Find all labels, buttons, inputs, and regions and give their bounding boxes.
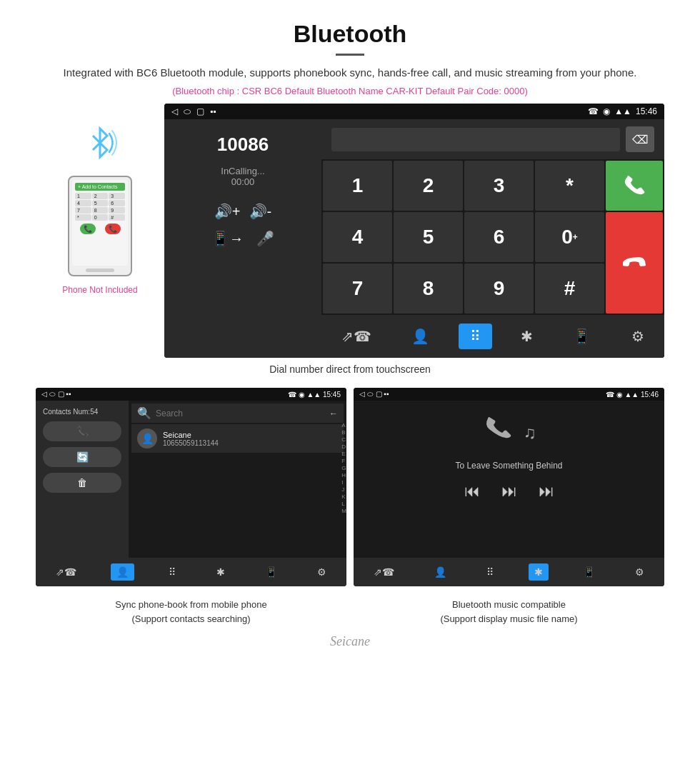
music-notes-icon: ♫ (524, 423, 536, 443)
key-8[interactable]: 8 (394, 264, 463, 314)
contacts-search-bar: 🔍 ← (131, 403, 344, 423)
key-7[interactable]: 7 (323, 264, 392, 314)
number-display-row: ⌫ (321, 119, 664, 159)
dial-screen: ◁ ⬭ ▢ ▪▪ ☎ ◉ ▲▲ 15:46 10086 In (164, 104, 664, 358)
contacts-bt-nav[interactable]: ✱ (211, 563, 231, 581)
sync-button[interactable]: 🔄 (43, 447, 121, 467)
contacts-status-bar: ◁ ⬭ ▢ ▪▪ ☎ ◉ ▲▲ 15:45 (36, 388, 346, 401)
end-call-button[interactable] (606, 212, 663, 314)
call-green-button[interactable] (606, 161, 663, 211)
dial-number: 10086 (217, 134, 269, 156)
time-display: 15:46 (636, 106, 657, 116)
music-call-nav[interactable]: ⇗☎ (368, 563, 400, 581)
notification-icons: ▪▪ (210, 106, 216, 116)
alphabet-index: AB CD EF GH IJ KL M (341, 422, 346, 514)
contacts-search-input[interactable] (156, 408, 325, 418)
bluetooth-info: (Bluetooth chip : CSR BC6 Default Blueto… (43, 86, 657, 96)
music-phone-icon (482, 415, 518, 451)
contact-name: Seicane (163, 431, 219, 439)
settings-nav[interactable]: ⚙ (620, 324, 656, 349)
search-icon: 🔍 (137, 406, 151, 420)
contacts-contacts-nav[interactable]: 👤 (111, 563, 134, 581)
dial-caption: Dial number direct from touchscreen (0, 364, 700, 375)
dial-right-panel: ⌫ 1 2 3 * 4 5 6 (321, 119, 664, 358)
contacts-list-area: 🔍 ← 👤 Seicane 10655059113144 AB CD (129, 401, 346, 558)
phone-transfer-nav[interactable]: 📱 (561, 324, 602, 349)
previous-track-button[interactable]: ⏮ (464, 482, 480, 501)
contacts-phone-nav[interactable]: 📱 (259, 563, 283, 581)
dialpad-nav[interactable]: ⠿ (459, 324, 492, 349)
phone-side-panel: + Add to Contacts 123 456 789 *0# 📞 📞 Ph… (36, 104, 164, 295)
dial-main: 10086 InCalling... 00:00 🔊+ 🔊- 📱→ 🎤 (164, 119, 664, 358)
location-icon: ◉ (603, 106, 610, 116)
back-icon: ◁ (171, 106, 178, 116)
right-caption: Bluetooth music compatible(Support displ… (354, 598, 664, 626)
music-dialpad-nav[interactable]: ⠿ (481, 563, 499, 581)
key-3[interactable]: 3 (464, 161, 534, 211)
bluetooth-nav[interactable]: ✱ (509, 324, 544, 349)
call-button[interactable]: 📞 (43, 421, 121, 441)
key-9[interactable]: 9 (464, 264, 534, 314)
dial-status: InCalling... 00:00 (221, 166, 264, 187)
bottom-screens: ◁ ⬭ ▢ ▪▪ ☎ ◉ ▲▲ 15:45 Contacts Num:54 📞 … (0, 388, 700, 586)
backspace-icon[interactable]: ← (329, 408, 338, 418)
page-title: Bluetooth (43, 20, 657, 48)
watermark: Seicane (0, 630, 700, 655)
contacts-bottom-nav: ⇗☎ 👤 ⠿ ✱ 📱 ⚙ (36, 558, 346, 586)
contacts-call-nav[interactable]: ⇗☎ (50, 563, 82, 581)
backspace-button[interactable]: ⌫ (626, 126, 654, 152)
page-main: + Add to Contacts 123 456 789 *0# 📞 📞 Ph… (0, 104, 700, 655)
music-bottom-nav: ⇗☎ 👤 ⠿ ✱ 📱 ⚙ (354, 558, 664, 586)
play-pause-button[interactable]: ⏭ (501, 482, 517, 501)
call-status-icon: ☎ (588, 106, 599, 116)
home-icon: ⬭ (184, 106, 191, 116)
mic-icon[interactable]: 🎤 (256, 230, 274, 247)
contacts-dialpad-nav[interactable]: ⠿ (163, 563, 181, 581)
music-phone-nav[interactable]: 📱 (577, 563, 601, 581)
next-track-button[interactable]: ⏭ (539, 482, 554, 501)
music-bt-nav[interactable]: ✱ (529, 563, 549, 581)
phone-mockup: + Add to Contacts 123 456 789 *0# 📞 📞 (68, 176, 132, 276)
music-controls: ⏮ ⏭ ⏭ (464, 482, 554, 501)
contacts-nav[interactable]: 👤 (400, 324, 441, 349)
key-6[interactable]: 6 (464, 212, 534, 262)
transfer-icon[interactable]: 📱→ (211, 230, 244, 247)
key-5[interactable]: 5 (394, 212, 463, 262)
key-2[interactable]: 2 (394, 161, 463, 211)
left-caption: Sync phone-book from mobile phone(Suppor… (36, 598, 346, 626)
music-icon-area: ♫ (482, 415, 536, 451)
volume-up-icon[interactable]: 🔊+ (214, 203, 241, 220)
contacts-settings-nav[interactable]: ⚙ (311, 563, 332, 581)
music-screen: ◁ ⬭ ▢ ▪▪ ☎ ◉ ▲▲ 15:46 ♫ To Leave Somethi… (354, 388, 664, 586)
dial-bottom-nav: ⇗☎ 👤 ⠿ ✱ 📱 ⚙ (321, 315, 664, 358)
wifi-icon: ▲▲ (614, 106, 631, 116)
bluetooth-signal-icon (82, 125, 118, 167)
bottom-captions: Sync phone-book from mobile phone(Suppor… (0, 593, 700, 630)
contact-item[interactable]: 👤 Seicane 10655059113144 (131, 424, 344, 453)
music-body: ♫ To Leave Something Behind ⏮ ⏭ ⏭ (354, 401, 664, 558)
key-1[interactable]: 1 (323, 161, 392, 211)
key-0plus[interactable]: 0+ (535, 212, 604, 262)
status-bar: ◁ ⬭ ▢ ▪▪ ☎ ◉ ▲▲ 15:46 (164, 104, 664, 119)
contacts-body: Contacts Num:54 📞 🔄 🗑 🔍 ← 👤 S (36, 401, 346, 558)
keypad-grid: 1 2 3 * 4 5 6 0+ (321, 159, 664, 315)
page-header: Bluetooth Integrated with BC6 Bluetooth … (0, 0, 700, 104)
music-song-title: To Leave Something Behind (455, 461, 562, 471)
music-contacts-nav[interactable]: 👤 (429, 563, 452, 581)
contacts-count: Contacts Num:54 (43, 408, 121, 416)
recents-icon: ▢ (196, 106, 204, 116)
music-settings-nav[interactable]: ⚙ (629, 563, 650, 581)
phone-not-included: Phone Not Included (62, 285, 137, 295)
volume-down-icon[interactable]: 🔊- (249, 203, 272, 220)
contacts-sidebar: Contacts Num:54 📞 🔄 🗑 (36, 401, 129, 558)
contacts-screen: ◁ ⬭ ▢ ▪▪ ☎ ◉ ▲▲ 15:45 Contacts Num:54 📞 … (36, 388, 346, 586)
music-status-bar: ◁ ⬭ ▢ ▪▪ ☎ ◉ ▲▲ 15:46 (354, 388, 664, 401)
key-star[interactable]: * (535, 161, 604, 211)
contact-avatar: 👤 (137, 428, 157, 448)
number-input[interactable] (331, 128, 620, 151)
key-hash[interactable]: # (535, 264, 604, 314)
delete-button[interactable]: 🗑 (43, 473, 121, 493)
call-transfer-nav[interactable]: ⇗☎ (330, 324, 383, 349)
key-4[interactable]: 4 (323, 212, 392, 262)
contact-phone: 10655059113144 (163, 439, 219, 447)
